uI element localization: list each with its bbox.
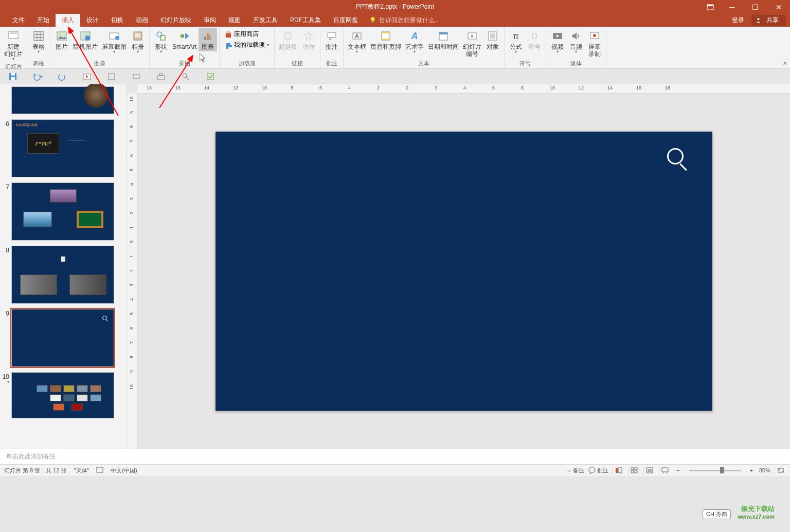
qat-item-5[interactable] xyxy=(106,71,117,82)
slide-sorter-view-button[interactable] xyxy=(628,466,639,475)
start-from-beginning-button[interactable] xyxy=(81,71,93,82)
language-indicator[interactable]: 中文(中国) xyxy=(111,467,137,474)
tab-slideshow[interactable]: 幻灯片放映 xyxy=(154,14,198,27)
symbol-button[interactable]: Ω 符号 xyxy=(525,28,544,51)
comment-button[interactable]: 批注 xyxy=(322,28,341,51)
slide-scroll-area[interactable] xyxy=(137,94,790,449)
svg-rect-65 xyxy=(616,468,618,473)
svg-rect-36 xyxy=(382,39,390,40)
screen-recording-button[interactable]: 屏幕 录制 xyxy=(585,28,604,59)
hyperlink-button[interactable]: 超链接 xyxy=(277,28,299,51)
svg-point-13 xyxy=(85,35,90,41)
app-store-button[interactable]: 应用商店 xyxy=(225,30,269,39)
redo-button[interactable] xyxy=(57,71,68,82)
tab-developer[interactable]: 开发工具 xyxy=(247,14,284,27)
svg-line-62 xyxy=(186,77,189,80)
qat-item-8[interactable] xyxy=(180,71,191,82)
maximize-button[interactable]: ☐ xyxy=(744,0,767,14)
horizontal-ruler[interactable]: 18161412108642024681012141618 xyxy=(137,84,790,94)
group-label-tables: 表格 xyxy=(29,59,48,68)
svg-text:#: # xyxy=(471,33,474,39)
magnifier-icon xyxy=(102,316,107,321)
svg-text:A: A xyxy=(355,33,360,39)
header-footer-button[interactable]: 页眉和页脚 xyxy=(368,28,403,51)
normal-view-button[interactable] xyxy=(613,466,624,475)
zoom-out-button[interactable]: − xyxy=(674,467,681,473)
smartart-button[interactable]: SmartArt xyxy=(170,28,199,51)
comments-toggle[interactable]: 💬 批注 xyxy=(588,467,608,474)
slideshow-view-button[interactable] xyxy=(659,466,670,475)
current-slide[interactable] xyxy=(216,132,712,411)
pictures-button[interactable]: 图片 xyxy=(52,28,71,51)
svg-rect-23 xyxy=(204,36,206,40)
qat-item-7[interactable] xyxy=(155,71,167,82)
table-icon xyxy=(32,30,45,42)
slide-thumbnail-8[interactable] xyxy=(11,246,114,304)
screenshot-button[interactable]: + 屏幕截图 ▾ xyxy=(100,28,129,55)
vertical-ruler[interactable]: 10987654321012345678910 xyxy=(127,94,137,449)
equation-icon: π xyxy=(510,30,522,42)
zoom-in-button[interactable]: + xyxy=(748,467,755,473)
qat-item-9[interactable] xyxy=(205,71,216,82)
slide-number-button[interactable]: # 幻灯片 编号 xyxy=(461,28,483,59)
my-addins-button[interactable]: 我的加载项 ▾ xyxy=(225,41,269,49)
close-button[interactable]: ✕ xyxy=(767,0,790,14)
slide-thumbnail-6[interactable]: 此处填写的标题 ε=mc² ———————————————— xyxy=(11,119,114,177)
collapse-ribbon-button[interactable]: ᐱ xyxy=(783,61,787,66)
tab-insert[interactable]: 插入 xyxy=(56,14,80,27)
minimize-button[interactable]: ─ xyxy=(721,0,744,14)
slide-thumbnail-7[interactable] xyxy=(11,182,114,241)
zoom-slider[interactable] xyxy=(689,470,741,471)
tab-transitions[interactable]: 切换 xyxy=(105,14,130,27)
slide-thumbnails-panel[interactable]: 6 此处填写的标题 ε=mc² ———————————————— 7 8 xyxy=(0,84,127,449)
photo-album-button[interactable]: 相册 ▾ xyxy=(129,28,147,55)
qat-item-6[interactable] xyxy=(131,71,142,82)
textbox-button[interactable]: A 文本框 ▾ xyxy=(346,28,368,55)
shapes-button[interactable]: 形状 ▾ xyxy=(152,28,170,55)
tab-animations[interactable]: 动画 xyxy=(130,14,154,27)
group-label-symbols: 符号 xyxy=(507,59,544,68)
datetime-button[interactable]: 日期和时间 xyxy=(426,28,461,51)
ribbon-display-options-button[interactable] xyxy=(703,0,718,14)
slide-thumbnail-10[interactable] xyxy=(11,372,114,418)
video-button[interactable]: 视频 ▾ xyxy=(548,28,567,55)
table-button[interactable]: 表格 ▾ xyxy=(29,28,48,55)
equation-button[interactable]: π 公式 ▾ xyxy=(507,28,525,55)
slide-thumbnail-9[interactable] xyxy=(11,309,114,367)
reading-view-button[interactable] xyxy=(643,466,655,475)
new-slide-button[interactable]: 新建 幻灯片 ▾ xyxy=(2,28,25,62)
tab-baidupan[interactable]: 百度网盘 xyxy=(327,14,364,27)
svg-text:A: A xyxy=(411,31,418,41)
thumb-number-9: 9 xyxy=(2,309,11,367)
pictures-icon xyxy=(56,30,68,42)
svg-rect-39 xyxy=(439,32,447,34)
tell-me-input[interactable]: 💡 告诉我您想要做什么... xyxy=(369,14,440,27)
slide-thumbnail-5[interactable] xyxy=(11,86,114,114)
tab-review[interactable]: 审阅 xyxy=(198,14,222,27)
zoom-level[interactable]: 80% xyxy=(759,467,770,473)
share-button[interactable]: 共享 xyxy=(751,15,786,26)
tab-view[interactable]: 视图 xyxy=(222,14,247,27)
online-pictures-button[interactable]: 联机图片 xyxy=(71,28,100,51)
tab-home[interactable]: 开始 xyxy=(31,14,56,27)
object-button[interactable]: 对象 xyxy=(483,28,502,51)
fit-to-window-button[interactable] xyxy=(775,466,786,475)
audio-button[interactable]: 音频 ▾ xyxy=(567,28,585,55)
tab-design[interactable]: 设计 xyxy=(80,14,105,27)
save-button[interactable] xyxy=(7,71,19,82)
chart-button[interactable]: 图表 xyxy=(199,28,217,51)
store-icon xyxy=(225,31,232,38)
login-button[interactable]: 登录 xyxy=(729,16,747,25)
svg-rect-75 xyxy=(662,468,668,472)
undo-button[interactable]: ▾ xyxy=(32,71,43,82)
wordart-button[interactable]: A 艺术字 ▾ xyxy=(403,28,426,55)
slide-counter[interactable]: 幻灯片 第 9 张，共 12 张 xyxy=(4,467,67,474)
spellcheck-icon[interactable] xyxy=(96,467,103,474)
tab-pdftools[interactable]: PDF工具集 xyxy=(284,14,327,27)
action-button[interactable]: 动作 xyxy=(299,28,318,51)
notes-toggle[interactable]: ≐ 备注 xyxy=(567,467,584,474)
svg-rect-25 xyxy=(209,35,211,40)
window-title: PPT教程2.pptx - PowerPoint xyxy=(356,3,434,11)
notes-pane[interactable]: 单击此处添加备注 xyxy=(0,449,790,464)
tab-file[interactable]: 文件 xyxy=(6,14,31,27)
